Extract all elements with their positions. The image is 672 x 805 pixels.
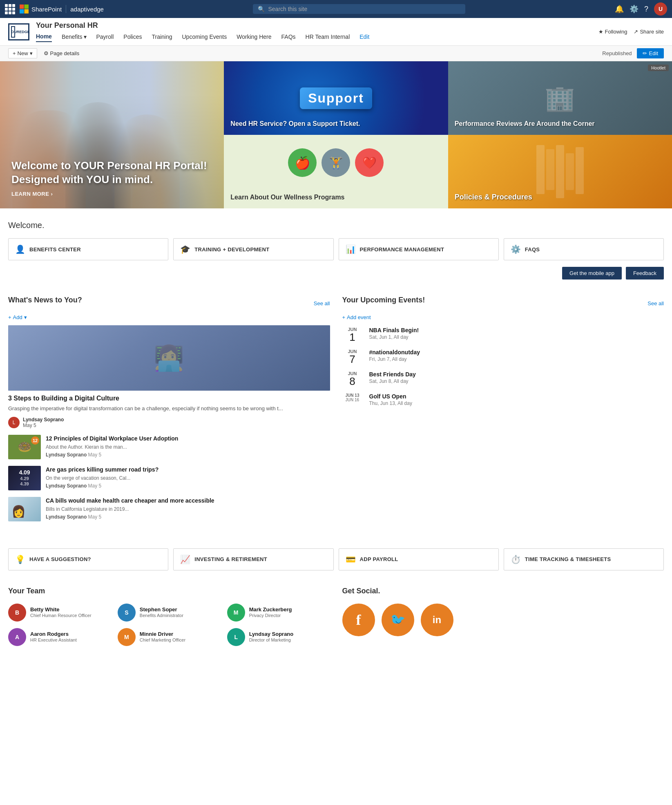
nav-upcoming-events[interactable]: Upcoming Events xyxy=(182,34,227,42)
mobile-app-btn[interactable]: Get the mobile app xyxy=(562,267,622,280)
event-3-date: JUN 8 xyxy=(342,371,363,387)
author-avatar: L xyxy=(8,417,20,428)
faqs-icon: ⚙️ xyxy=(511,244,521,254)
share-icon: ↗ xyxy=(634,29,638,35)
feedback-btn[interactable]: Feedback xyxy=(626,267,664,280)
learn-more-btn[interactable]: LEARN MORE › xyxy=(11,191,53,197)
sp-text: adaptivedge xyxy=(70,6,104,13)
nav-payroll[interactable]: Payroll xyxy=(96,34,114,42)
svg-rect-3 xyxy=(25,9,29,13)
hero-support-tile[interactable]: Support Need HR Service? Open a Support … xyxy=(224,61,448,135)
edit-button[interactable]: ✏ Edit xyxy=(637,48,664,58)
top-bar-left: SharePoint adaptivedge xyxy=(5,4,104,14)
search-wrapper[interactable]: 🔍 xyxy=(253,4,465,14)
waffle-menu[interactable] xyxy=(5,4,15,14)
news-section-header: What's News to You? See all xyxy=(8,296,330,311)
facebook-btn[interactable]: f xyxy=(342,604,375,636)
news-thumb-1: 🍩 12 xyxy=(8,435,41,459)
user-avatar[interactable]: U xyxy=(654,2,667,16)
settings-small-icon: ⚙ xyxy=(44,50,49,56)
second-quick-links: 💡 HAVE A SUGGESTION? 📈 INVESTING & RETIR… xyxy=(8,548,664,570)
nav-benefits[interactable]: Benefits ▾ xyxy=(62,34,87,42)
search-input[interactable] xyxy=(268,6,460,12)
nav-hr-team[interactable]: HR Team Internal xyxy=(306,34,350,42)
site-title: Your Personal HR xyxy=(36,21,369,30)
share-btn[interactable]: ↗ Share site xyxy=(634,29,664,35)
social-section: Get Social. f 🐦 in xyxy=(342,587,664,646)
nav-polices[interactable]: Polices xyxy=(123,34,142,42)
ql-investing-label: INVESTING & RETIREMENT xyxy=(194,556,267,562)
star-icon: ★ xyxy=(598,29,603,35)
notifications-icon[interactable]: 🔔 xyxy=(615,4,624,13)
ql-timetracking[interactable]: ⏱️ TIME TRACKING & TIMESHEETS xyxy=(504,548,664,570)
featured-desc: Grasping the imperative for digital tran… xyxy=(8,405,330,413)
team-member-2[interactable]: S Stephen Soper Benefits Administrator xyxy=(118,604,221,622)
site-logo[interactable]: OUREDGE xyxy=(8,23,29,40)
help-icon[interactable]: ? xyxy=(644,5,648,13)
team-member-5[interactable]: M Minnie Driver Chief Marketing Officer xyxy=(118,628,221,646)
logo-text-area: Your Personal HR Home Benefits ▾ Payroll… xyxy=(36,21,369,42)
member-5-avatar: M xyxy=(118,628,136,646)
team-member-6[interactable]: L Lyndsay Soprano Director of Marketing xyxy=(227,628,330,646)
separator xyxy=(66,5,66,13)
settings-icon[interactable]: ⚙️ xyxy=(630,4,639,13)
events-see-all[interactable]: See all xyxy=(647,300,664,306)
page-details-btn[interactable]: ⚙ Page details xyxy=(44,50,80,56)
member-6-avatar: L xyxy=(227,628,245,646)
nav-home[interactable]: Home xyxy=(36,33,52,42)
news-item-2: 4.094.294.39 Are gas prices killing summ… xyxy=(8,466,330,490)
ms-logo[interactable]: SharePoint xyxy=(19,4,62,14)
suggestion-icon: 💡 xyxy=(15,555,25,564)
event-2: JUN 7 #nationaldonutday Fri, Jun 7, All … xyxy=(342,349,664,364)
nav-edit[interactable]: Edit xyxy=(359,34,369,42)
app-name: SharePoint xyxy=(31,6,62,13)
news-featured: 👩‍💻 3 Steps to Building a Digital Cultur… xyxy=(8,325,330,428)
hero-main-tile[interactable]: Welcome to YOUR Personal HR Portal! Desi… xyxy=(0,61,224,208)
news-item-1: 🍩 12 12 Principles of Digital Workplace … xyxy=(8,435,330,459)
twitter-btn[interactable]: 🐦 xyxy=(382,604,414,636)
plus-icon: + xyxy=(13,50,16,56)
ql-training[interactable]: 🎓 TRAINING + DEVELOPMENT xyxy=(173,238,333,260)
ql-suggestion[interactable]: 💡 HAVE A SUGGESTION? xyxy=(8,548,168,570)
hero-policies-tile[interactable]: Policies & Procedures xyxy=(448,135,672,208)
news-item-1-title: 12 Principles of Digital Workplace User … xyxy=(46,435,330,442)
svg-rect-0 xyxy=(20,4,24,9)
support-tile-text: Need HR Service? Open a Support Ticket. xyxy=(230,120,441,128)
linkedin-btn[interactable]: in xyxy=(421,604,453,636)
team-member-4[interactable]: A Aaron Rodgers HR Executive Assistant xyxy=(8,628,111,646)
add-news-btn[interactable]: + Add ▾ xyxy=(8,314,330,320)
events-section-header: Your Upcoming Events! See all xyxy=(342,296,664,311)
featured-title: 3 Steps to Building a Digital Culture xyxy=(8,395,330,402)
new-button[interactable]: + New ▾ xyxy=(8,48,37,58)
event-3: JUN 8 Best Friends Day Sat, Jun 8, All d… xyxy=(342,371,664,387)
team-member-1[interactable]: B Betty White Chief Human Resource Offic… xyxy=(8,604,111,622)
welcome-section: Welcome. 👤 BENEFITS CENTER 🎓 TRAINING + … xyxy=(0,208,672,296)
policies-tile-text: Policies & Procedures xyxy=(455,192,665,202)
member-2-avatar: S xyxy=(118,604,136,622)
news-thumb-3: 👩 xyxy=(8,497,41,521)
hero-wellness-tile[interactable]: 🍎 🏋 ❤️ Learn About Our Wellness Programs xyxy=(224,135,448,208)
hero-performance-tile[interactable]: 🏢 Performance Reviews Are Around the Cor… xyxy=(448,61,672,135)
ql-performance[interactable]: 📊 PERFORMANCE MANAGEMENT xyxy=(339,238,499,260)
ql-benefits[interactable]: 👤 BENEFITS CENTER xyxy=(8,238,168,260)
svg-rect-2 xyxy=(20,9,24,13)
ql-payroll[interactable]: 💳 ADP PAYROLL xyxy=(339,548,499,570)
ql-faqs[interactable]: ⚙️ FAQs xyxy=(504,238,664,260)
nav-training[interactable]: Training xyxy=(152,34,172,42)
team-member-3[interactable]: M Mark Zuckerberg Privacy Director xyxy=(227,604,330,622)
add-event-btn[interactable]: + Add event xyxy=(342,314,664,320)
nav-faqs[interactable]: FAQs xyxy=(281,34,296,42)
wellness-tile-text: Learn About Our Wellness Programs xyxy=(230,193,441,202)
nav-working-here[interactable]: Working Here xyxy=(237,34,271,42)
team-grid: B Betty White Chief Human Resource Offic… xyxy=(8,604,330,646)
payroll-icon: 💳 xyxy=(346,555,356,564)
following-btn[interactable]: ★ Following xyxy=(598,29,627,35)
event-3-title: Best Friends Day xyxy=(369,371,416,378)
news-see-all[interactable]: See all xyxy=(314,300,330,306)
plus-icon: + xyxy=(8,314,11,320)
member-3-avatar: M xyxy=(227,604,245,622)
hero-main-text: Welcome to YOUR Personal HR Portal! Desi… xyxy=(11,159,212,197)
action-buttons-row: Get the mobile app Feedback xyxy=(8,267,664,280)
ql-investing[interactable]: 📈 INVESTING & RETIREMENT xyxy=(173,548,333,570)
ql-suggestion-label: HAVE A SUGGESTION? xyxy=(29,556,91,562)
